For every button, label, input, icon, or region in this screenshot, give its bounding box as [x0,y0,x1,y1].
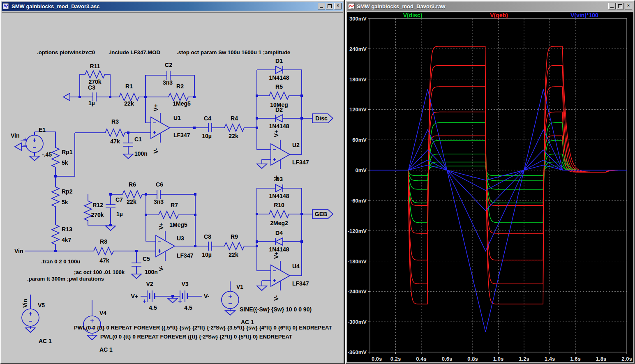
label-v3-value: 4.5 [184,304,192,311]
label-r10-value: 2Meg2 [270,220,288,226]
source-V5[interactable] [22,306,39,329]
battery-V3[interactable] [180,290,187,302]
schematic-app-icon [3,3,9,9]
resistor-R6[interactable] [120,191,145,198]
label-d4: D4 [275,230,283,236]
resistor-R1[interactable] [117,93,141,101]
label-rp2: Rp2 [62,188,73,195]
capacitor-C7[interactable] [106,205,115,208]
label-r13-value: 4k7 [62,237,72,243]
y-axis-label: 120mV [349,106,367,113]
legend-V(disc)[interactable]: V(disc) [403,12,423,18]
wire-junction [127,131,129,134]
wire-junction [135,250,138,252]
capacitor-C1[interactable] [123,143,133,146]
resistor-R9[interactable] [222,242,247,250]
label-d2: D2 [275,106,283,113]
resistor-R10[interactable] [267,210,291,218]
close-button[interactable]: × [625,3,632,9]
wire-junction [256,240,258,243]
resistor-R3[interactable] [103,129,127,136]
wire-junction [256,94,258,97]
label-u3: U3 [177,235,184,242]
wire-junction [144,96,147,98]
label-v3: V3 [181,281,188,287]
schematic-titlebar[interactable]: SMW gainblocks_mod_Davor3.asc × [2,2,343,11]
label-c6: C6 [156,181,163,188]
source-V1[interactable] [222,288,239,311]
diode-D2[interactable] [272,115,286,122]
x-axis-label: 0.6s [442,356,452,362]
opamp-U2[interactable] [271,140,290,169]
opamp-U3[interactable] [156,231,175,261]
label-r4-value: 22k [229,133,238,139]
resistor-R13[interactable] [52,222,59,247]
label-d2-value: 1N4148 [269,123,289,129]
y-axis-label: 300mV [349,16,367,22]
diode-D4[interactable] [272,238,286,245]
label-r12: R12 [92,202,103,208]
window-title: SMW gainblocks_mod_Davor3.raw [357,3,608,9]
resistor-R5[interactable] [267,92,291,99]
y-axis-label: -240mV [348,288,367,295]
ground-icon [30,156,39,161]
capacitor-C2[interactable] [167,71,170,80]
resistor-R7[interactable] [156,211,181,219]
waveform-canvas[interactable]: 300mV240mV180mV120mV60mV0mV-60mV-120mV-1… [347,12,633,362]
ground-icon [132,274,141,279]
capacitor-C5[interactable] [132,263,141,266]
label-r6-value: 22k [127,198,136,205]
y-axis-label: 60mV [352,137,367,143]
schematic-canvas[interactable]: .options plotwinsize=0 .include LF347.MO… [2,12,343,362]
netlabel-vplus: V+ [131,293,138,299]
capacitor-C6[interactable] [157,190,160,199]
capacitor-C8[interactable] [208,242,212,251]
label-r4: R4 [231,115,238,122]
resistor-R12[interactable] [84,198,92,223]
resistor-R11[interactable] [83,71,107,78]
minimize-button[interactable] [608,3,616,9]
resistor-R8[interactable] [91,247,116,255]
opamp-U4[interactable] [271,261,290,290]
close-button[interactable]: × [334,3,342,9]
maximize-icon [618,4,622,8]
label-c3-value: 1µ [88,100,95,106]
label-port-disc: Disc [315,115,328,122]
label-d1: D1 [275,58,283,64]
label-v5: V5 [38,302,45,309]
label-r9: R9 [231,233,238,240]
net-arrow-icon[interactable] [15,143,21,150]
resistor-R2[interactable] [166,93,191,101]
maximize-button[interactable] [617,3,624,9]
resistor-R4[interactable] [222,124,247,131]
opamp-U1[interactable] [151,113,170,143]
legend-V(vin)*100[interactable]: V(vin)*100 [570,12,598,18]
label-d1-value: 1N4148 [269,74,289,81]
netlabel-vin-v5: Vin [22,299,28,308]
label-c5-value: 100n [145,269,158,275]
diode-D1[interactable] [272,66,286,74]
source-E1[interactable] [26,132,43,155]
resistor-Rp2[interactable] [52,184,59,209]
label-v1-ac: AC 1 [241,319,254,325]
battery-V2[interactable] [147,290,155,302]
diode-D3[interactable] [272,184,286,192]
resistor-Rp1[interactable] [52,145,59,170]
legend-V(geb)[interactable]: V(geb) [490,12,508,18]
waveform-app-icon [348,3,355,9]
waveform-plot[interactable]: 300mV240mV180mV120mV60mV0mV-60mV-120mV-1… [347,12,635,364]
maximize-button[interactable] [326,3,333,9]
capacitor-C4[interactable] [208,123,212,132]
directive-param: .param tt 300m ;pwl durations [27,276,104,282]
schematic-drawing[interactable]: .options plotwinsize=0 .include LF347.MO… [2,13,344,364]
minimize-button[interactable] [318,3,325,9]
directive-step: .step oct param Sw 100u 1600u 1 ;amplitu… [177,49,290,55]
label-r1: R1 [125,83,133,90]
label-u4: U4 [292,263,300,270]
ground-icon [106,226,115,230]
source-v4-pwl: PWL(0 0 {tt} 0 REPEAT FOREVER ({tt} {-2*… [100,334,292,340]
net-arrow-icon[interactable] [63,93,70,101]
label-r12-value: 270k [91,212,104,218]
waveform-titlebar[interactable]: SMW gainblocks_mod_Davor3.raw × [347,2,633,11]
netlabel-vin-e1: Vin [11,132,20,139]
